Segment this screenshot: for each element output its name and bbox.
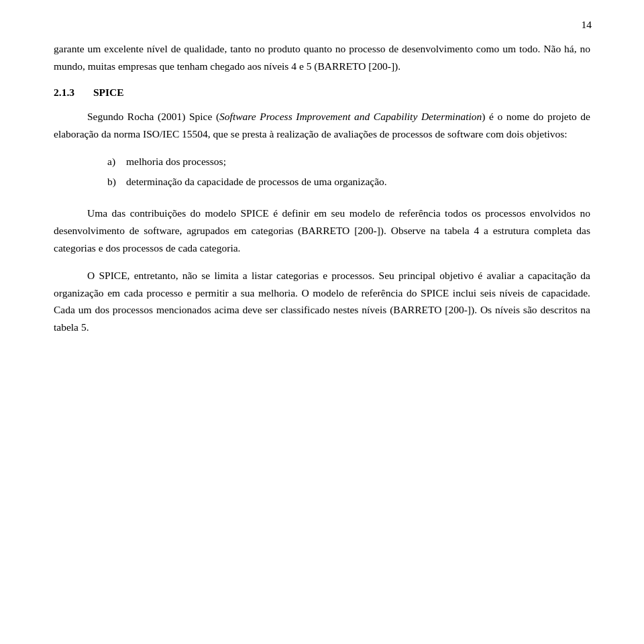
section-body: Segundo Rocha (2001) Spice (Software Pro… <box>54 108 590 335</box>
section-title: SPICE <box>93 87 124 99</box>
page-number: 14 <box>582 19 592 31</box>
main-content: garante um excelente nível de qualidade,… <box>54 40 590 335</box>
paragraph-2: Segundo Rocha (2001) Spice (Software Pro… <box>54 108 590 142</box>
list-marker-a: a) <box>107 153 126 170</box>
p2-text-before-italic: Segundo Rocha (2001) Spice ( <box>87 111 219 122</box>
section-number: 2.1.3 <box>54 87 74 99</box>
list-text-a: melhoria dos processos; <box>126 153 590 170</box>
list-marker-b: b) <box>107 173 126 191</box>
paragraph-4: O SPICE, entretanto, não se limita a lis… <box>54 267 590 335</box>
list-item-a: a) melhoria dos processos; <box>54 153 590 170</box>
page: 14 garante um excelente nível de qualida… <box>0 0 644 644</box>
paragraph-3: Uma das contribuições do modelo SPICE é … <box>54 205 590 256</box>
p2-italic-text: Software Process Improvement and Capabil… <box>219 111 482 122</box>
paragraph-1: garante um excelente nível de qualidade,… <box>54 40 590 74</box>
list-item-b: b) determinação da capacidade de process… <box>54 173 590 191</box>
section-header: 2.1.3 SPICE <box>54 87 590 99</box>
list-text-b: determinação da capacidade de processos … <box>126 173 590 191</box>
